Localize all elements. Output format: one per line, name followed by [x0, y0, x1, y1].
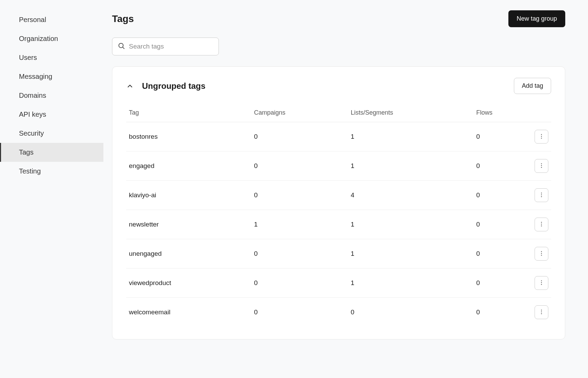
- cell-tag: klaviyo-ai: [126, 181, 251, 210]
- main-content: Tags New tag group Ungrouped tags Add ta…: [103, 0, 586, 378]
- page-header: Tags New tag group: [112, 10, 565, 27]
- sidebar-item-messaging[interactable]: Messaging: [0, 67, 103, 86]
- svg-point-17: [541, 280, 542, 281]
- cell-lists-segments: 1: [348, 122, 473, 151]
- kebab-icon: [538, 221, 545, 228]
- row-actions-button[interactable]: [535, 247, 548, 261]
- cell-flows: 0: [474, 239, 530, 269]
- row-actions-button[interactable]: [535, 218, 548, 231]
- sidebar: Personal Organization Users Messaging Do…: [0, 0, 103, 378]
- svg-point-2: [541, 134, 542, 135]
- cell-campaigns: 0: [251, 181, 348, 210]
- cell-lists-segments: 4: [348, 181, 473, 210]
- table-row: viewedproduct010: [126, 269, 551, 298]
- kebab-icon: [538, 192, 545, 199]
- cell-actions: [530, 181, 551, 210]
- cell-flows: 0: [474, 122, 530, 151]
- kebab-icon: [538, 309, 545, 316]
- cell-actions: [530, 151, 551, 181]
- col-header-tag: Tag: [126, 105, 251, 122]
- svg-point-5: [541, 163, 542, 164]
- sidebar-item-users[interactable]: Users: [0, 48, 103, 67]
- svg-point-19: [541, 284, 542, 285]
- chevron-up-icon[interactable]: [126, 82, 134, 90]
- table-row: bostonres010: [126, 122, 551, 151]
- col-header-lists-segments: Lists/Segments: [348, 105, 473, 122]
- tags-table: Tag Campaigns Lists/Segments Flows bosto…: [126, 105, 551, 327]
- cell-actions: [530, 210, 551, 239]
- svg-point-20: [541, 309, 542, 311]
- svg-point-12: [541, 223, 542, 224]
- table-row: klaviyo-ai040: [126, 181, 551, 210]
- cell-lists-segments: 0: [348, 298, 473, 327]
- new-tag-group-button[interactable]: New tag group: [508, 10, 565, 27]
- svg-point-22: [541, 313, 542, 314]
- svg-point-8: [541, 192, 542, 193]
- sidebar-item-domains[interactable]: Domains: [0, 86, 103, 105]
- cell-tag: welcomeemail: [126, 298, 251, 327]
- cell-tag: engaged: [126, 151, 251, 181]
- row-actions-button[interactable]: [535, 305, 548, 319]
- cell-flows: 0: [474, 298, 530, 327]
- group-title: Ungrouped tags: [142, 81, 205, 91]
- svg-point-13: [541, 225, 542, 226]
- card-header: Ungrouped tags Add tag: [126, 78, 551, 94]
- row-actions-button[interactable]: [535, 276, 548, 290]
- svg-point-6: [541, 165, 542, 166]
- cell-actions: [530, 269, 551, 298]
- add-tag-button[interactable]: Add tag: [514, 78, 551, 94]
- table-row: welcomeemail000: [126, 298, 551, 327]
- svg-point-11: [541, 222, 542, 223]
- cell-campaigns: 1: [251, 210, 348, 239]
- cell-tag: newsletter: [126, 210, 251, 239]
- sidebar-item-personal[interactable]: Personal: [0, 10, 103, 29]
- col-header-campaigns: Campaigns: [251, 105, 348, 122]
- cell-flows: 0: [474, 210, 530, 239]
- sidebar-item-organization[interactable]: Organization: [0, 29, 103, 48]
- sidebar-item-security[interactable]: Security: [0, 124, 103, 143]
- sidebar-item-tags[interactable]: Tags: [0, 143, 103, 162]
- row-actions-button[interactable]: [535, 188, 548, 202]
- row-actions-button[interactable]: [535, 130, 548, 144]
- cell-campaigns: 0: [251, 151, 348, 181]
- svg-point-16: [541, 254, 542, 255]
- svg-point-14: [541, 251, 542, 252]
- svg-point-10: [541, 196, 542, 197]
- col-header-flows: Flows: [474, 105, 530, 122]
- table-row: newsletter110: [126, 210, 551, 239]
- kebab-icon: [538, 280, 545, 287]
- svg-point-9: [541, 194, 542, 195]
- svg-point-21: [541, 311, 542, 312]
- cell-lists-segments: 1: [348, 269, 473, 298]
- page-title: Tags: [112, 13, 134, 24]
- search-container: [112, 38, 219, 55]
- cell-lists-segments: 1: [348, 151, 473, 181]
- tags-group-card: Ungrouped tags Add tag Tag Campaigns Lis…: [112, 66, 565, 339]
- svg-point-4: [541, 137, 542, 138]
- table-row: engaged010: [126, 151, 551, 181]
- svg-line-1: [123, 47, 124, 49]
- cell-tag: bostonres: [126, 122, 251, 151]
- cell-tag: viewedproduct: [126, 269, 251, 298]
- cell-lists-segments: 1: [348, 239, 473, 269]
- col-header-actions: [530, 105, 551, 122]
- cell-actions: [530, 122, 551, 151]
- kebab-icon: [538, 133, 545, 140]
- row-actions-button[interactable]: [535, 159, 548, 173]
- kebab-icon: [538, 162, 545, 170]
- cell-campaigns: 0: [251, 269, 348, 298]
- kebab-icon: [538, 250, 545, 258]
- cell-flows: 0: [474, 151, 530, 181]
- svg-point-18: [541, 282, 542, 283]
- svg-point-15: [541, 253, 542, 254]
- cell-lists-segments: 1: [348, 210, 473, 239]
- cell-campaigns: 0: [251, 239, 348, 269]
- cell-flows: 0: [474, 269, 530, 298]
- cell-actions: [530, 239, 551, 269]
- cell-flows: 0: [474, 181, 530, 210]
- search-input[interactable]: [112, 38, 219, 55]
- table-row: unengaged010: [126, 239, 551, 269]
- sidebar-item-api-keys[interactable]: API keys: [0, 105, 103, 124]
- sidebar-item-testing[interactable]: Testing: [0, 162, 103, 181]
- svg-point-7: [541, 167, 542, 168]
